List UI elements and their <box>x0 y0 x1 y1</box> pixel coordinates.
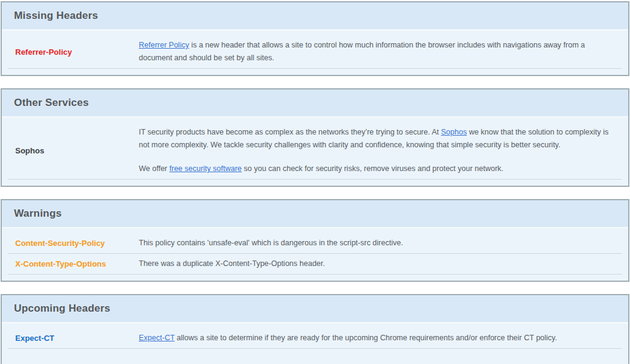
section-title: Other Services <box>14 97 616 109</box>
section-body-other-services: SophosIT security products have become a… <box>2 117 628 186</box>
header-description: Referrer Policy is a new header that all… <box>139 35 622 68</box>
header-row-content-security-policy: Content-Security-PolicyThis policy conta… <box>8 233 622 254</box>
description-paragraph: This policy contains 'unsafe-eval' which… <box>139 237 614 250</box>
report-panels-container: Missing HeadersReferrer-PolicyReferrer P… <box>0 0 630 364</box>
section-other-services: Other ServicesSophosIT security products… <box>1 88 629 187</box>
link-free-security-software[interactable]: free security software <box>169 164 242 173</box>
header-name-label: Expect-CT <box>8 328 139 348</box>
header-description: This policy contains 'unsafe-eval' which… <box>139 233 622 253</box>
link-expect-ct[interactable]: Expect-CT <box>139 334 175 342</box>
security-headers-report-page: { "colors": { "panel_border": "#9fadb4",… <box>0 0 630 364</box>
section-missing-headers: Missing HeadersReferrer-PolicyReferrer P… <box>1 1 629 76</box>
section-title: Upcoming Headers <box>14 303 616 315</box>
link-referrer-policy[interactable]: Referrer Policy <box>139 41 189 49</box>
section-header-warnings: Warnings <box>2 200 628 228</box>
header-description: Expect-CT allows a site to determine if … <box>139 328 622 348</box>
header-description: IT security products have become as comp… <box>139 122 622 179</box>
section-body-missing-headers: Referrer-PolicyReferrer Policy is a new … <box>2 30 628 75</box>
section-title: Warnings <box>14 208 616 220</box>
section-header-other-services: Other Services <box>2 89 628 117</box>
section-body-upcoming-headers: Expect-CTExpect-CT allows a site to dete… <box>2 323 628 364</box>
section-warnings: WarningsContent-Security-PolicyThis poli… <box>1 199 629 282</box>
section-upcoming-headers: Upcoming HeadersExpect-CTExpect-CT allow… <box>1 294 629 364</box>
header-row-sophos: SophosIT security products have become a… <box>8 122 622 180</box>
section-header-missing-headers: Missing Headers <box>2 2 628 30</box>
header-description: There was a duplicate X-Content-Type-Opt… <box>139 254 622 274</box>
header-name-label: X-Content-Type-Options <box>8 254 139 274</box>
header-name-label: Content-Security-Policy <box>8 233 139 253</box>
description-paragraph: IT security products have become as comp… <box>139 126 614 152</box>
header-row-x-content-type-options: X-Content-Type-OptionsThere was a duplic… <box>8 254 622 275</box>
header-name-label: Sophos <box>8 122 139 179</box>
section-header-upcoming-headers: Upcoming Headers <box>2 295 628 323</box>
header-row-referrer-policy: Referrer-PolicyReferrer Policy is a new … <box>8 35 622 69</box>
header-name-label: Referrer-Policy <box>8 35 139 68</box>
section-body-warnings: Content-Security-PolicyThis policy conta… <box>2 228 628 281</box>
description-paragraph: Expect-CT allows a site to determine if … <box>139 332 614 345</box>
link-sophos[interactable]: Sophos <box>441 128 467 136</box>
sections-root: Missing HeadersReferrer-PolicyReferrer P… <box>0 1 630 364</box>
description-paragraph: There was a duplicate X-Content-Type-Opt… <box>139 257 614 270</box>
description-paragraph: We offer free security software so you c… <box>139 163 614 175</box>
header-row-expect-ct: Expect-CTExpect-CT allows a site to dete… <box>8 328 622 349</box>
section-title: Missing Headers <box>14 10 616 22</box>
description-paragraph: Referrer Policy is a new header that all… <box>139 39 614 65</box>
